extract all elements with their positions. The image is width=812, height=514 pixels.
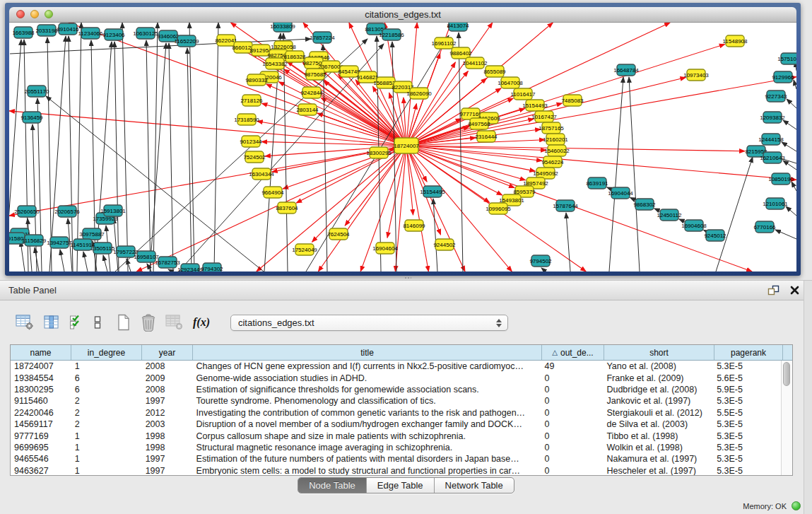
graph-node[interactable]: 11548908 (723, 35, 748, 47)
select-rows-check-icon[interactable] (69, 315, 83, 330)
column-header[interactable]: pagerank (714, 345, 783, 360)
graph-node[interactable]: 17524049 (292, 244, 317, 255)
graph-node[interactable]: 9875685 (304, 69, 326, 80)
memory-status-indicator[interactable] (792, 501, 801, 510)
graph-node[interactable]: 12218586 (379, 29, 404, 40)
network-canvas[interactable]: 1663988203319889104161123406691234061063… (9, 23, 796, 271)
vertical-scrollbar[interactable] (781, 361, 792, 475)
graph-node[interactable]: 10996095 (486, 203, 511, 214)
graph-node[interactable]: 2803144 (296, 104, 319, 115)
close-panel-icon[interactable] (790, 286, 799, 295)
graph-node[interactable]: 8910416 (57, 23, 79, 35)
graph-node[interactable]: 17857224 (310, 32, 335, 43)
graph-node[interactable]: 11234066 (78, 28, 104, 39)
graph-node[interactable]: 16904044 (608, 187, 633, 199)
graph-node[interactable]: 7485083 (561, 95, 584, 106)
graph-node[interactable]: 15787644 (553, 200, 578, 211)
graph-node[interactable]: 15154495 (420, 186, 445, 197)
graph-node[interactable]: 7524502 (243, 151, 266, 163)
graph-node[interactable]: 8497568 (468, 118, 490, 129)
graph-node[interactable]: 9227343 (765, 90, 787, 102)
table-settings-icon[interactable] (16, 315, 34, 330)
graph-node[interactable]: 20551170 (25, 86, 50, 97)
graph-node[interactable]: 16904604 (372, 243, 398, 254)
graph-node[interactable]: 10647008 (498, 77, 523, 88)
graph-node[interactable]: 8639191 (586, 177, 608, 189)
tab-node-table[interactable]: Node Table (298, 478, 367, 493)
graph-node[interactable]: 7624504 (327, 228, 350, 240)
graph-node[interactable]: 8413074 (447, 23, 469, 31)
graph-node[interactable]: 17318590 (234, 114, 259, 125)
graph-node[interactable]: 15913801 (100, 205, 126, 216)
table-row[interactable]: 1456911722003Disruption of a novel membe… (11, 419, 782, 430)
column-select-icon[interactable] (43, 315, 60, 330)
table-row[interactable]: 946554611997Estimation of the future num… (11, 453, 782, 465)
graph-node[interactable]: 9123406 (102, 29, 125, 40)
graph-node[interactable]: 12923449 (177, 264, 203, 271)
graph-node[interactable]: 11652209 (175, 35, 200, 47)
network-graph[interactable]: 1663988203319889104161123406691234061063… (9, 23, 796, 271)
graph-node[interactable]: 18300295 (366, 147, 392, 158)
graph-node[interactable]: 20206576 (54, 206, 80, 217)
table-row[interactable]: 1872400712008Changes of HCN gene express… (11, 361, 782, 372)
graph-node[interactable]: 15154493 (522, 100, 548, 111)
graph-node[interactable]: 9129966 (772, 71, 794, 83)
tab-edge-table[interactable]: Edge Table (367, 478, 435, 493)
graph-node[interactable]: 16961102 (432, 37, 457, 49)
table-row[interactable]: 2242004622012Investigating the contribut… (11, 407, 782, 419)
graph-node[interactable]: 16782753 (155, 257, 180, 268)
graph-node[interactable]: 15751074 (777, 53, 796, 64)
column-header[interactable]: title (193, 345, 542, 360)
graph-node[interactable]: 18626090 (406, 88, 432, 99)
graph-node[interactable]: 1663988 (12, 27, 35, 38)
graph-node[interactable]: 8837604 (276, 202, 298, 214)
graph-node[interactable]: 9136459 (20, 112, 43, 123)
graph-node[interactable]: 16304344 (249, 168, 274, 180)
graph-node[interactable]: 9794302 (201, 263, 223, 271)
graph-node[interactable]: 10973403 (683, 69, 709, 81)
table-select-dropdown[interactable]: citations_edges.txt (230, 315, 508, 331)
graph-node[interactable]: 9868302 (633, 199, 656, 210)
graph-node[interactable]: 11451914 (71, 239, 96, 250)
graph-node[interactable]: 16210643 (760, 152, 785, 163)
column-header[interactable]: in_degree (71, 345, 142, 360)
network-window-titlebar[interactable]: citations_edges.txt (9, 7, 796, 23)
graph-node[interactable]: 18724007 (394, 138, 419, 153)
minimize-window-button[interactable] (30, 10, 39, 18)
graph-node[interactable]: 9890333 (245, 74, 268, 86)
graph-node[interactable]: 25260650 (14, 206, 40, 217)
graph-node[interactable]: 9245012 (704, 230, 726, 241)
graph-node[interactable]: 10630125 (133, 28, 158, 39)
tab-network-table[interactable]: Network Table (435, 478, 514, 493)
graph-node[interactable]: 30975887 (79, 228, 105, 240)
graph-node[interactable]: 8655089 (483, 66, 506, 77)
table-row[interactable]: 946362711997Embryonic stem cells: a mode… (11, 465, 782, 475)
graph-node[interactable]: 2033198 (35, 25, 58, 36)
graph-node[interactable]: 10850190 (768, 173, 794, 185)
table-row[interactable]: 1830029562008Estimation of significance … (11, 384, 782, 395)
column-header[interactable]: short (604, 345, 714, 360)
graph-node[interactable]: 11156829 (22, 235, 47, 246)
graph-node[interactable]: 6770166 (753, 221, 776, 233)
graph-node[interactable]: 11016417 (511, 88, 536, 100)
scrollbar-thumb[interactable] (783, 362, 790, 386)
graph-node[interactable]: 9244502 (433, 239, 456, 250)
graph-node[interactable]: 9012344 (240, 136, 262, 147)
table-row[interactable]: 969969511998Structural magnetic resonanc… (11, 442, 782, 453)
table-row[interactable]: 911546021997Tourette syndrome. Phenomeno… (11, 395, 782, 407)
graph-node[interactable]: 8146099 (403, 220, 425, 231)
trash-icon[interactable] (141, 314, 156, 332)
graph-node[interactable]: 2316444 (475, 131, 498, 142)
graph-node[interactable]: 10167427 (531, 111, 557, 122)
column-header[interactable]: year (142, 345, 193, 360)
graph-node[interactable]: 13942757 (47, 237, 72, 248)
graph-node[interactable]: 9664904 (261, 187, 284, 198)
table-row[interactable]: 1938455462009Genome-wide association stu… (11, 372, 782, 383)
graph-node[interactable]: 12093832 (760, 112, 785, 123)
graph-node[interactable]: 12450112 (657, 209, 683, 221)
graph-node[interactable]: 9546224 (541, 156, 564, 168)
function-builder-icon[interactable]: f(x) (193, 316, 210, 329)
graph-node[interactable]: 12160201 (543, 134, 568, 145)
graph-node[interactable]: 18757165 (539, 122, 564, 134)
table-row[interactable]: 977716911998Corpus callosum shape and si… (11, 430, 782, 441)
